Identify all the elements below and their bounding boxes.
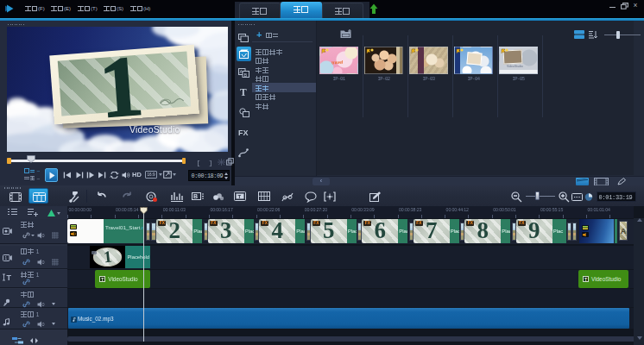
svg-text:0: 0 xyxy=(42,233,45,238)
svg-text:0: 0 xyxy=(42,260,45,265)
svg-text:0: 0 xyxy=(42,302,45,307)
svg-text:1: 1 xyxy=(4,255,7,260)
svg-text:B: B xyxy=(193,193,198,199)
svg-text:T: T xyxy=(238,194,242,199)
svg-text:0: 0 xyxy=(42,322,45,327)
svg-text:B: B xyxy=(244,72,248,78)
svg-text:A: A xyxy=(239,69,243,74)
svg-text:T: T xyxy=(7,273,12,281)
